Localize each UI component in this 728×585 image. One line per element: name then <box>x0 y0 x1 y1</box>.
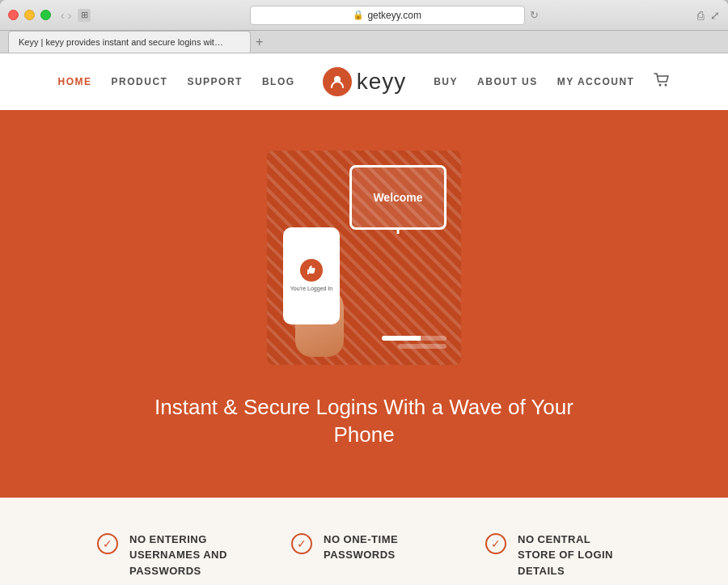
browser-tab-strip: Keyy | keyy provides instant and secure … <box>0 31 728 53</box>
site-logo[interactable]: keyy <box>323 67 407 96</box>
cart-icon[interactable] <box>654 73 670 91</box>
nav-item-product[interactable]: PRODUCT <box>112 76 168 87</box>
maximize-button[interactable] <box>40 10 51 20</box>
minimize-button[interactable] <box>24 10 35 20</box>
browser-controls-right: ⎙ ⤢ <box>697 9 720 22</box>
hero-section: Welcome <box>0 110 728 498</box>
new-tab-button[interactable]: + <box>256 36 263 49</box>
back-arrow-icon[interactable]: ‹ <box>61 9 65 22</box>
progress-fill-1 <box>382 336 421 341</box>
lock-icon: 🔒 <box>353 10 364 20</box>
feature-check-icon-1: ✓ <box>291 533 312 554</box>
close-button[interactable] <box>8 10 19 20</box>
monitor-welcome-text: Welcome <box>373 191 422 204</box>
progress-bar-2 <box>398 344 447 349</box>
forward-arrow-icon[interactable]: › <box>68 9 72 22</box>
nav-item-support[interactable]: SUPPORT <box>187 76 243 87</box>
tab-title: Keyy | keyy provides instant and secure … <box>19 37 226 47</box>
browser-tab[interactable]: Keyy | keyy provides instant and secure … <box>8 31 251 53</box>
website-content: HOME PRODUCT SUPPORT BLOG keyy BUY ABOUT… <box>0 53 728 585</box>
nav-links: HOME PRODUCT SUPPORT BLOG keyy BUY ABOUT… <box>58 67 671 96</box>
newwindow-icon[interactable]: ⤢ <box>710 9 720 22</box>
svg-point-1 <box>659 83 662 86</box>
browser-buttons <box>8 10 51 20</box>
hero-headline: Instant & Secure Logins With a Wave of Y… <box>138 394 590 449</box>
browser-nav-arrows: ‹ › <box>61 9 71 22</box>
feature-check-icon-0: ✓ <box>97 533 118 554</box>
browser-addressbar: 🔒 getkeyy.com ↻ <box>99 6 689 25</box>
feature-item-no-passwords: ✓ NO ENTERING USERNAMES AND PASSWORDS <box>97 532 243 579</box>
tab-icon: ⊞ <box>78 9 91 22</box>
nav-item-account[interactable]: MY ACCOUNT <box>557 76 635 87</box>
feature-item-no-otp: ✓ NO ONE-TIME PASSWORDS <box>291 532 437 579</box>
logo-icon <box>323 67 352 96</box>
nav-item-buy[interactable]: BUY <box>434 76 458 87</box>
feature-label-2: NO CENTRAL STORE OF LOGIN DETAILS <box>518 532 631 579</box>
feature-label-0: NO ENTERING USERNAMES AND PASSWORDS <box>129 532 243 579</box>
svg-point-2 <box>665 83 667 86</box>
site-nav: HOME PRODUCT SUPPORT BLOG keyy BUY ABOUT… <box>0 53 728 110</box>
phone-thumbs-up-icon <box>300 259 323 282</box>
reload-icon[interactable]: ↻ <box>530 9 539 21</box>
nav-item-about[interactable]: ABOUT US <box>477 76 538 87</box>
address-bar[interactable]: 🔒 getkeyy.com <box>250 6 525 25</box>
url-text: getkeyy.com <box>367 10 421 21</box>
phone-graphic: You're Logged In <box>283 211 356 357</box>
feature-label-1: NO ONE-TIME PASSWORDS <box>324 532 437 563</box>
monitor-connector <box>397 227 400 234</box>
share-icon[interactable]: ⎙ <box>697 9 704 22</box>
feature-item-no-central: ✓ NO CENTRAL STORE OF LOGIN DETAILS <box>485 532 631 579</box>
browser-titlebar: ‹ › ⊞ 🔒 getkeyy.com ↻ ⎙ ⤢ <box>0 0 728 31</box>
monitor-graphic: Welcome <box>349 165 447 230</box>
feature-check-icon-2: ✓ <box>485 533 506 554</box>
phone-logged-in-text: You're Logged In <box>290 285 332 292</box>
logo-text: keyy <box>357 69 407 95</box>
hero-illustration: Welcome <box>267 150 461 365</box>
nav-item-home[interactable]: HOME <box>58 76 92 87</box>
progress-bar-1 <box>382 336 447 341</box>
phone-body-graphic: You're Logged In <box>283 227 340 324</box>
features-section: ✓ NO ENTERING USERNAMES AND PASSWORDS ✓ … <box>0 498 728 585</box>
browser-window: ‹ › ⊞ 🔒 getkeyy.com ↻ ⎙ ⤢ Keyy | keyy pr… <box>0 0 728 585</box>
nav-item-blog[interactable]: BLOG <box>262 76 295 87</box>
